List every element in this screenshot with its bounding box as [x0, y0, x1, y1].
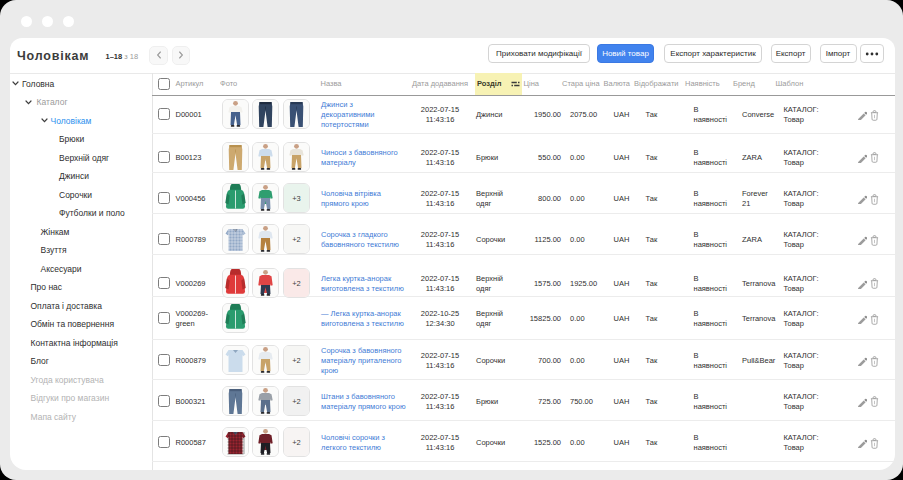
svg-text:+3: +3: [292, 194, 301, 203]
svg-text:+2: +2: [292, 278, 301, 287]
svg-text:+2: +2: [292, 438, 301, 447]
svg-text:+2: +2: [292, 356, 301, 365]
svg-text:+2: +2: [292, 396, 301, 405]
svg-text:+2: +2: [292, 235, 301, 244]
